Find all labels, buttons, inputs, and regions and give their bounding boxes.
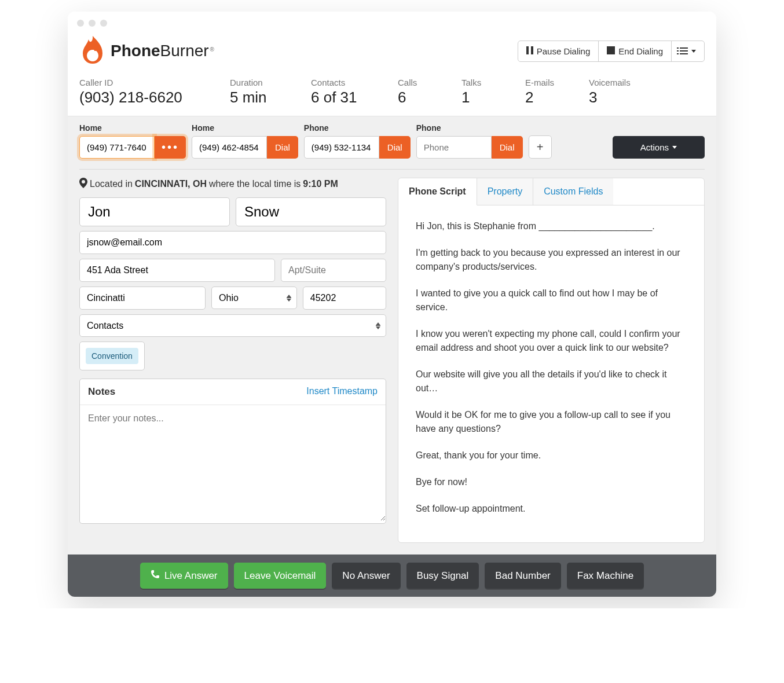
tab-phone-script[interactable]: Phone Script — [398, 178, 477, 205]
phone-input-2[interactable] — [192, 136, 267, 159]
email-field[interactable] — [79, 231, 386, 254]
notes-box: Notes Insert Timestamp — [79, 379, 386, 524]
list-icon — [680, 47, 688, 54]
minimize-window-icon[interactable] — [89, 20, 96, 27]
phone-field-1: Home ••• — [79, 123, 186, 159]
svg-rect-0 — [91, 57, 94, 61]
add-phone-button[interactable]: + — [529, 135, 552, 159]
phone-field-4: Phone Dial — [416, 123, 523, 159]
dial-button-1-active[interactable]: ••• — [155, 136, 186, 159]
chevron-down-icon — [672, 146, 677, 149]
live-answer-button[interactable]: Live Answer — [140, 563, 228, 589]
phone-label: Phone — [304, 123, 411, 133]
no-answer-button[interactable]: No Answer — [332, 563, 400, 589]
phone-label: Home — [79, 123, 186, 133]
stat-caller-id: Caller ID (903) 218-6620 — [79, 78, 207, 107]
app-window: PhoneBurner® Pause Dialing End Dialing C… — [68, 12, 716, 597]
tab-property[interactable]: Property — [477, 178, 533, 205]
insert-timestamp-link[interactable]: Insert Timestamp — [306, 386, 378, 398]
stat-calls: Calls 6 — [398, 78, 438, 107]
phones-section: Home ••• Home Dial Phone Dial — [68, 116, 716, 555]
map-pin-icon — [79, 178, 87, 190]
brand-name: PhoneBurner® — [111, 42, 214, 60]
list-select[interactable]: Contacts — [79, 314, 386, 337]
leave-voicemail-button[interactable]: Leave Voicemail — [234, 563, 327, 589]
pause-icon — [526, 46, 533, 56]
view-options-button[interactable] — [671, 41, 705, 62]
window-titlebar — [68, 12, 716, 35]
tag-convention[interactable]: Convention — [86, 348, 138, 364]
notes-textarea[interactable] — [80, 405, 386, 521]
phone-field-2: Home Dial — [192, 123, 298, 159]
phone-label: Home — [192, 123, 298, 133]
tags-box[interactable]: Convention — [79, 342, 145, 370]
svg-rect-1 — [526, 46, 529, 54]
dial-button-2[interactable]: Dial — [267, 136, 298, 159]
svg-rect-2 — [531, 46, 533, 54]
last-name-field[interactable] — [236, 197, 386, 226]
stat-emails: E-mails 2 — [525, 78, 566, 107]
stat-duration: Duration 5 min — [230, 78, 288, 107]
location-line: Located in CINCINNATI, OH where the loca… — [79, 178, 386, 190]
chevron-down-icon — [691, 50, 696, 53]
state-select[interactable]: Ohio — [211, 287, 297, 309]
fax-machine-button[interactable]: Fax Machine — [567, 563, 644, 589]
actions-dropdown[interactable]: Actions — [613, 136, 705, 159]
end-dialing-button[interactable]: End Dialing — [598, 41, 672, 62]
stats-row: Caller ID (903) 218-6620 Duration 5 min … — [68, 73, 716, 116]
brand-logo: PhoneBurner® — [79, 35, 214, 67]
tab-strip: Phone Script Property Custom Fields — [398, 178, 704, 205]
phone-input-4[interactable] — [416, 136, 492, 159]
disposition-bar: Live Answer Leave Voicemail No Answer Bu… — [68, 555, 716, 597]
address-field[interactable] — [79, 259, 275, 282]
pause-dialing-button[interactable]: Pause Dialing — [518, 41, 599, 62]
notes-title: Notes — [88, 386, 115, 398]
tab-custom-fields[interactable]: Custom Fields — [533, 178, 613, 205]
phone-label: Phone — [416, 123, 523, 133]
stat-contacts: Contacts 6 of 31 — [311, 78, 375, 107]
stop-icon — [607, 46, 615, 56]
flame-icon — [79, 35, 106, 67]
zip-field[interactable] — [303, 287, 386, 310]
city-field[interactable] — [79, 287, 206, 310]
phone-input-1[interactable] — [79, 136, 155, 159]
bad-number-button[interactable]: Bad Number — [485, 563, 560, 589]
phone-input-3[interactable] — [304, 136, 379, 159]
script-panel: Phone Script Property Custom Fields Hi J… — [398, 178, 705, 543]
busy-signal-button[interactable]: Busy Signal — [406, 563, 479, 589]
dial-button-3[interactable]: Dial — [379, 136, 411, 159]
stat-talks: Talks 1 — [461, 78, 502, 107]
phone-icon — [151, 570, 160, 582]
first-name-field[interactable] — [79, 197, 230, 226]
stat-voicemails: Voicemails 3 — [589, 78, 631, 107]
header: PhoneBurner® Pause Dialing End Dialing — [68, 35, 716, 73]
header-actions: Pause Dialing End Dialing — [518, 41, 705, 62]
apt-suite-field[interactable] — [281, 259, 386, 282]
phone-script-body: Hi Jon, this is Stephanie from _________… — [398, 205, 704, 542]
svg-rect-3 — [607, 46, 615, 54]
phone-field-3: Phone Dial — [304, 123, 411, 159]
maximize-window-icon[interactable] — [100, 20, 107, 27]
dial-button-4[interactable]: Dial — [492, 136, 523, 159]
close-window-icon[interactable] — [77, 20, 84, 27]
contact-form: Located in CINCINNATI, OH where the loca… — [79, 178, 386, 543]
